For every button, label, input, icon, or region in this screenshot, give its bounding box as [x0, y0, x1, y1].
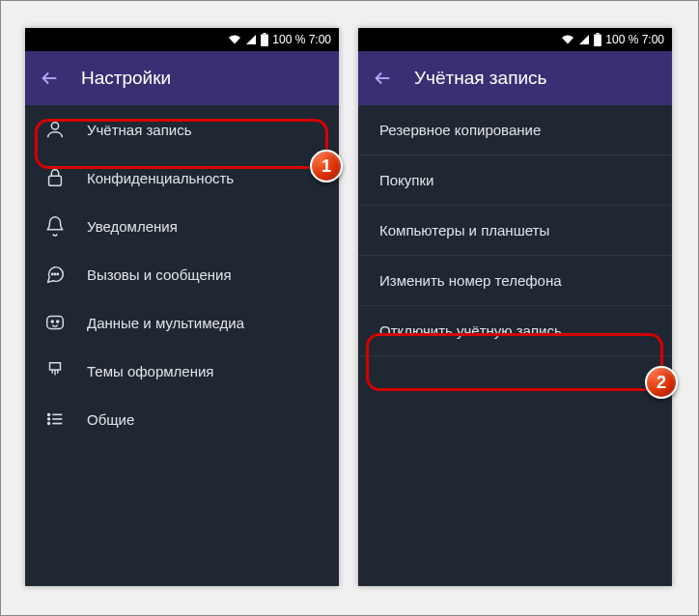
page-title: Учётная запись: [414, 68, 546, 89]
annotation-badge-2: 2: [645, 366, 678, 399]
phone-settings-screen: 100 % 7:00 Настройки Учётная запись Конф…: [25, 28, 339, 586]
settings-item-privacy[interactable]: Конфиденциальность: [25, 154, 339, 202]
svg-rect-0: [261, 35, 268, 46]
svg-rect-1: [264, 33, 266, 35]
media-icon: [44, 312, 66, 333]
svg-point-6: [57, 273, 58, 274]
page-title: Настройки: [81, 68, 171, 89]
phone-account-screen: 100 % 7:00 Учётная запись Резервное копи…: [358, 28, 672, 586]
svg-point-12: [48, 418, 50, 420]
annotation-badge-1: 1: [310, 150, 343, 182]
svg-point-5: [54, 273, 55, 274]
svg-rect-17: [597, 33, 600, 35]
list-item-label: Учётная запись: [87, 122, 192, 138]
svg-rect-16: [594, 35, 601, 46]
battery-icon: [261, 33, 268, 46]
list-item-label: Резервное копирование: [379, 122, 541, 138]
list-item-label: Общие: [87, 411, 134, 428]
svg-point-4: [52, 273, 53, 274]
battery-icon: [594, 33, 601, 46]
account-item-devices[interactable]: Компьютеры и планшеты: [358, 206, 672, 256]
chat-icon: [44, 264, 66, 285]
account-item-backup[interactable]: Резервное копирование: [358, 105, 672, 155]
settings-item-calls-messages[interactable]: Вызовы и сообщения: [25, 250, 339, 298]
header-bar: Учётная запись: [358, 51, 672, 105]
svg-point-2: [51, 123, 58, 129]
svg-point-9: [57, 321, 59, 322]
wifi-icon: [228, 34, 241, 45]
settings-item-notifications[interactable]: Уведомления: [25, 202, 339, 250]
list-item-label: Изменить номер телефона: [379, 272, 562, 289]
status-text: 100 % 7:00: [272, 33, 331, 46]
settings-item-general[interactable]: Общие: [25, 395, 339, 443]
header-bar: Настройки: [25, 51, 339, 105]
brush-icon: [44, 360, 66, 381]
back-icon[interactable]: [39, 68, 60, 89]
list-item-label: Уведомления: [87, 218, 178, 235]
account-item-purchases[interactable]: Покупки: [358, 155, 672, 206]
list-item-label: Компьютеры и планшеты: [379, 222, 549, 238]
svg-point-14: [48, 423, 50, 425]
list-item-label: Данные и мультимедиа: [87, 315, 244, 331]
settings-item-account[interactable]: Учётная запись: [25, 105, 339, 154]
wifi-icon: [561, 34, 574, 45]
list-item-label: Отключить учётную запись: [379, 322, 562, 339]
settings-item-themes[interactable]: Темы оформления: [25, 347, 339, 395]
settings-item-data-media[interactable]: Данные и мультимедиа: [25, 298, 339, 347]
signal-icon: [245, 34, 257, 45]
account-item-change-number[interactable]: Изменить номер телефона: [358, 256, 672, 306]
account-icon: [44, 119, 66, 140]
list-item-label: Вызовы и сообщения: [87, 266, 232, 283]
svg-rect-3: [49, 176, 62, 185]
status-bar: 100 % 7:00: [25, 28, 339, 51]
signal-icon: [578, 34, 590, 45]
list-item-label: Темы оформления: [87, 363, 213, 379]
back-icon[interactable]: [372, 68, 393, 89]
status-text: 100 % 7:00: [605, 33, 664, 46]
list-icon: [44, 408, 66, 430]
status-bar: 100 % 7:00: [358, 28, 672, 51]
bell-icon: [44, 215, 66, 237]
svg-point-8: [51, 321, 53, 322]
account-item-deactivate[interactable]: Отключить учётную запись: [358, 306, 672, 356]
svg-point-10: [48, 414, 50, 416]
lock-icon: [44, 167, 66, 188]
list-item-label: Покупки: [379, 172, 433, 188]
account-list: Резервное копирование Покупки Компьютеры…: [358, 105, 672, 586]
settings-list: Учётная запись Конфиденциальность Уведом…: [25, 105, 339, 586]
list-item-label: Конфиденциальность: [87, 170, 234, 186]
